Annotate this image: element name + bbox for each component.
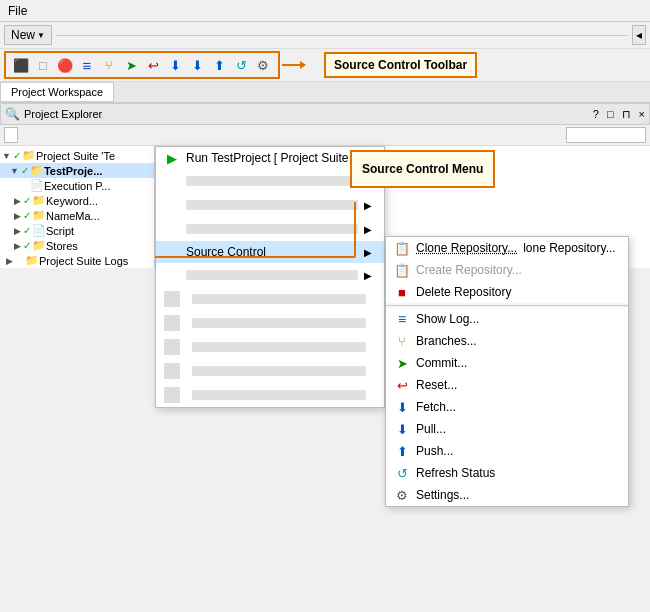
sc-push-icon[interactable]: ⬆ bbox=[209, 55, 229, 75]
ctx-pull-label: Pull... bbox=[416, 422, 446, 436]
ctx-label-11 bbox=[192, 390, 366, 400]
tree-item-script[interactable]: ▶ ✓ 📄 Script bbox=[0, 223, 154, 238]
explorer-close[interactable]: × bbox=[639, 108, 645, 120]
ctx-refresh[interactable]: ↺ Refresh Status bbox=[386, 462, 628, 484]
file-icon-execution: 📄 bbox=[30, 179, 44, 192]
sc-commit-icon[interactable]: ➤ bbox=[121, 55, 141, 75]
sc-add-icon[interactable]: ⬛ bbox=[11, 55, 31, 75]
filter-input[interactable] bbox=[566, 127, 646, 143]
context-area: ▶ Run TestProject [ Project Suite ] ▶ ▶ … bbox=[155, 146, 650, 268]
tree-item-logs[interactable]: ▶ 📁 Project Suite Logs bbox=[0, 253, 154, 268]
ctx-branches-label: Branches... bbox=[416, 334, 477, 348]
arrow-connector bbox=[282, 58, 306, 72]
explorer-help[interactable]: ? bbox=[593, 108, 599, 120]
ctx-refresh-label: Refresh Status bbox=[416, 466, 495, 480]
create-icon: 📋 bbox=[394, 262, 410, 278]
check-stores: ✓ bbox=[23, 240, 31, 251]
tree-item-stores[interactable]: ▶ ✓ 📁 Stores bbox=[0, 238, 154, 253]
tree-item-project-suite[interactable]: ▼ ✓ 📁 Project Suite 'Te bbox=[0, 148, 154, 163]
ctx-settings-label: Settings... bbox=[416, 488, 469, 502]
sc-undo-icon[interactable]: □ bbox=[33, 55, 53, 75]
explorer-search-icon: 🔍 bbox=[5, 107, 20, 121]
sc-refresh-icon[interactable]: ↺ bbox=[231, 55, 251, 75]
ctx-item-7[interactable] bbox=[156, 287, 384, 311]
branches-icon: ⑂ bbox=[394, 333, 410, 349]
sc-toolbar: ⬛ □ 🔴 ≡ ⑂ ➤ ↩ ⬇ ⬇ ⬆ ↺ ⚙ bbox=[4, 51, 280, 79]
sc-delete-icon[interactable]: 🔴 bbox=[55, 55, 75, 75]
ctx-arrow-6: ▶ bbox=[364, 270, 372, 281]
check-namema: ✓ bbox=[23, 210, 31, 221]
ctx-label-8 bbox=[192, 318, 366, 328]
ctx-item-9[interactable] bbox=[156, 335, 384, 359]
ctx-commit[interactable]: ➤ Commit... bbox=[386, 352, 628, 374]
tree-label-logs: Project Suite Logs bbox=[39, 255, 128, 267]
ctx-item-8[interactable] bbox=[156, 311, 384, 335]
check-script: ✓ bbox=[23, 225, 31, 236]
run-icon: ▶ bbox=[164, 150, 180, 166]
sc-branch-icon[interactable]: ⑂ bbox=[99, 55, 119, 75]
tree-label-testproject: TestProje... bbox=[44, 165, 102, 177]
sc-indent-icon[interactable]: ≡ bbox=[77, 55, 97, 75]
ctx-branches[interactable]: ⑂ Branches... bbox=[386, 330, 628, 352]
ctx-fetch[interactable]: ⬇ Fetch... bbox=[386, 396, 628, 418]
tree-label-keyword: Keyword... bbox=[46, 195, 98, 207]
ctx-reset-label: Reset... bbox=[416, 378, 457, 392]
ctx-check-9 bbox=[164, 339, 180, 355]
ctx-clone-label: Clone Repository... bbox=[416, 241, 517, 255]
ctx-check-8 bbox=[164, 315, 180, 331]
ctx-clone[interactable]: 📋 Clone Repository...lone Repository... bbox=[386, 237, 628, 259]
ctx-label-4 bbox=[186, 224, 358, 234]
filter-row bbox=[0, 125, 650, 146]
folder-icon-keyword: 📁 bbox=[32, 194, 46, 207]
file-icon-script: 📄 bbox=[32, 224, 46, 237]
sc-reset-icon[interactable]: ↩ bbox=[143, 55, 163, 75]
commit-icon: ➤ bbox=[394, 355, 410, 371]
tree-item-keyword[interactable]: ▶ ✓ 📁 Keyword... bbox=[0, 193, 154, 208]
ctx-showlog[interactable]: ≡ Show Log... bbox=[386, 308, 628, 330]
ctx-item-11[interactable] bbox=[156, 383, 384, 407]
refresh-status-icon: ↺ bbox=[394, 465, 410, 481]
tree-arrow-script: ▶ bbox=[14, 226, 21, 236]
ctx-check-7 bbox=[164, 291, 180, 307]
ctx-reset[interactable]: ↩ Reset... bbox=[386, 374, 628, 396]
ctx-item-6[interactable]: ▶ bbox=[156, 263, 384, 287]
toolbar-collapse[interactable]: ◂ bbox=[632, 25, 646, 45]
tree-item-testproject[interactable]: ▼ ✓ 📁 TestProje... bbox=[0, 163, 154, 178]
workspace-tab[interactable]: Project Workspace bbox=[0, 82, 114, 102]
main-area: ▼ ✓ 📁 Project Suite 'Te ▼ ✓ 📁 TestProje.… bbox=[0, 146, 650, 268]
ctx-clone-label-rest: lone Repository... bbox=[523, 241, 616, 255]
ctx-label-2 bbox=[186, 176, 358, 186]
sc-fetch-icon[interactable]: ⬇ bbox=[165, 55, 185, 75]
folder-icon-testproject: 📁 bbox=[30, 164, 44, 177]
new-button[interactable]: New ▼ bbox=[4, 25, 52, 45]
fetch-icon: ⬇ bbox=[394, 399, 410, 415]
ctx-run-label: Run TestProject [ Project Suite ] bbox=[186, 151, 355, 165]
settings-menu-icon: ⚙ bbox=[394, 487, 410, 503]
ctx-create: 📋 Create Repository... bbox=[386, 259, 628, 281]
folder-icon-suite: 📁 bbox=[22, 149, 36, 162]
pull-icon: ⬇ bbox=[394, 421, 410, 437]
ctx-delete-label: Delete Repository bbox=[416, 285, 511, 299]
tree-item-namema[interactable]: ▶ ✓ 📁 NameMa... bbox=[0, 208, 154, 223]
ctx-delete[interactable]: ■ Delete Repository bbox=[386, 281, 628, 303]
folder-icon-logs: 📁 bbox=[25, 254, 39, 267]
ctx-pull[interactable]: ⬇ Pull... bbox=[386, 418, 628, 440]
tree-arrow-stores: ▶ bbox=[14, 241, 21, 251]
sc-settings-icon[interactable]: ⚙ bbox=[253, 55, 273, 75]
reset-icon: ↩ bbox=[394, 377, 410, 393]
new-dropdown-arrow: ▼ bbox=[37, 31, 45, 40]
ctx-item-10[interactable] bbox=[156, 359, 384, 383]
ctx-push[interactable]: ⬆ Push... bbox=[386, 440, 628, 462]
tree-arrow-namema: ▶ bbox=[14, 211, 21, 221]
file-menu[interactable]: File bbox=[8, 4, 27, 18]
tree-label-script: Script bbox=[46, 225, 74, 237]
explorer-pin[interactable]: ⊓ bbox=[622, 108, 631, 121]
ctx-settings[interactable]: ⚙ Settings... bbox=[386, 484, 628, 506]
tree-arrow-logs: ▶ bbox=[6, 256, 13, 266]
sc-menu-arrow-svg bbox=[350, 202, 360, 262]
sc-pull-icon[interactable]: ⬇ bbox=[187, 55, 207, 75]
folder-icon-stores: 📁 bbox=[32, 239, 46, 252]
push-icon: ⬆ bbox=[394, 443, 410, 459]
explorer-restore[interactable]: □ bbox=[607, 108, 614, 120]
tree-item-execution[interactable]: 📄 Execution P... bbox=[0, 178, 154, 193]
